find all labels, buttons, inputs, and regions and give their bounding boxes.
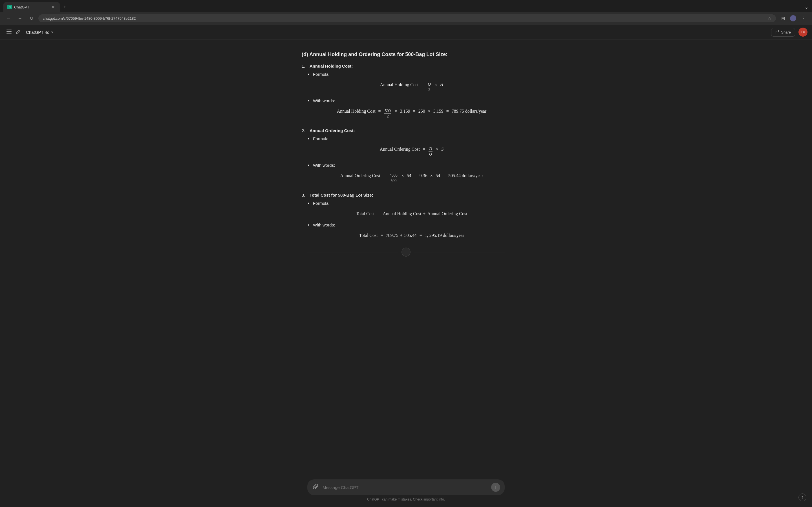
svg-rect-2	[6, 33, 11, 34]
item-header-2: Annual Ordering Cost:	[302, 128, 510, 133]
extensions-icon: ⊞	[781, 16, 785, 21]
item-header-1: Annual Holding Cost:	[302, 64, 510, 68]
item-title-1: Annual Holding Cost:	[310, 64, 353, 68]
address-bar[interactable]: chatgpt.com/c/670594be-1480-8009-b76f-27…	[38, 14, 776, 22]
numbered-list: Annual Holding Cost: Formula: Annual Hol…	[302, 64, 510, 241]
svg-rect-1	[6, 31, 11, 32]
list-item-ordering-cost: Annual Ordering Cost: Formula: Annual Or…	[302, 128, 510, 186]
address-bar-icons: ☆	[768, 16, 771, 20]
bullet-label-formula-1: Formula:	[313, 72, 510, 76]
item-header-3: Total Cost for 500-Bag Lot Size:	[302, 193, 510, 198]
menu-button[interactable]: ⋮	[799, 14, 808, 22]
share-button[interactable]: Share	[771, 28, 795, 37]
bullet-list-3: Formula: Total Cost = Annual Holding Cos…	[302, 201, 510, 241]
divider-left	[307, 252, 398, 252]
question-mark-icon: ?	[801, 496, 803, 500]
tab-bar-right-controls: ⌄	[804, 4, 809, 10]
main-content: (d) Annual Holding and Ordering Costs fo…	[0, 40, 812, 507]
math-words-total: Total Cost = 789.75 + 505.44 = 1, 295.19…	[313, 230, 510, 241]
send-button[interactable]: ↑	[491, 483, 500, 492]
new-chat-button[interactable]	[13, 27, 22, 37]
content-area: (d) Annual Holding and Ordering Costs fo…	[302, 51, 510, 479]
scroll-down-button[interactable]: ↓	[402, 247, 410, 257]
math-formula-ordering: Annual Ordering Cost = D Q × S	[313, 144, 510, 159]
forward-button[interactable]: →	[16, 14, 24, 22]
message-input[interactable]	[322, 485, 488, 490]
share-icon	[775, 30, 779, 35]
back-icon: ←	[6, 16, 11, 21]
forward-icon: →	[18, 16, 22, 21]
bullet-item-formula-total: Formula: Total Cost = Annual Holding Cos…	[313, 201, 510, 219]
svg-rect-0	[6, 30, 11, 30]
math-words-ordering: Annual Ordering Cost = 4680 500 × 54 = 9…	[313, 170, 510, 186]
tab-favicon: C	[7, 5, 12, 9]
sidebar-toggle-button[interactable]	[4, 27, 13, 37]
bullet-item-formula-ordering: Formula: Annual Ordering Cost = D Q × S	[313, 136, 510, 159]
reload-button[interactable]: ↻	[27, 14, 36, 22]
bookmark-icon[interactable]: ☆	[768, 16, 771, 20]
bullet-item-words-ordering: With words: Annual Ordering Cost = 4680 …	[313, 163, 510, 186]
sidebar-icon	[6, 30, 11, 35]
menu-dots-icon: ⋮	[801, 16, 806, 21]
item-title-2: Annual Ordering Cost:	[310, 128, 355, 133]
math-formula-holding: Annual Holding Cost = Q 2 × H	[313, 79, 510, 95]
send-icon: ↑	[495, 485, 497, 490]
edit-icon	[16, 30, 20, 35]
new-tab-button[interactable]: +	[61, 3, 69, 11]
chevron-down-icon: ↓	[405, 250, 407, 255]
bullet-item-formula-holding: Formula: Annual Holding Cost = Q 2 × H	[313, 72, 510, 95]
tab-bar: C ChatGPT ✕ + ⌄	[0, 0, 812, 12]
active-tab[interactable]: C ChatGPT ✕	[3, 2, 60, 12]
list-item-holding-cost: Annual Holding Cost: Formula: Annual Hol…	[302, 64, 510, 121]
attach-button[interactable]	[312, 483, 320, 491]
back-button[interactable]: ←	[4, 14, 13, 22]
divider-right	[414, 252, 505, 252]
tab-close-button[interactable]: ✕	[51, 4, 56, 10]
section-heading: (d) Annual Holding and Ordering Costs fo…	[302, 51, 510, 58]
user-avatar[interactable]: LO	[799, 27, 808, 37]
bullet-item-words-holding: With words: Annual Holding Cost = 500 2 …	[313, 98, 510, 121]
reload-icon: ↻	[30, 16, 33, 21]
app-title-chevron: ∨	[51, 30, 54, 34]
url-text: chatgpt.com/c/670594be-1480-8009-b76f-27…	[43, 16, 765, 20]
nav-bar: ← → ↻ chatgpt.com/c/670594be-1480-8009-b…	[0, 12, 812, 25]
disclaimer-text: ChatGPT can make mistakes. Check importa…	[367, 497, 445, 501]
bullet-list-1: Formula: Annual Holding Cost = Q 2 × H	[302, 72, 510, 121]
message-input-container: ↑	[307, 480, 505, 495]
extensions-button[interactable]: ⊞	[779, 14, 787, 22]
help-button[interactable]: ?	[799, 494, 806, 501]
math-words-holding: Annual Holding Cost = 500 2 × 3.159 = 25…	[313, 106, 510, 121]
scroll-divider: ↓	[302, 247, 510, 257]
bullet-label-words-1: With words:	[313, 98, 510, 103]
item-title-3: Total Cost for 500-Bag Lot Size:	[310, 193, 373, 198]
list-item-total-cost: Total Cost for 500-Bag Lot Size: Formula…	[302, 193, 510, 241]
app-header: ChatGPT 4o ∨ Share LO	[0, 25, 812, 40]
message-bar: ↑ ChatGPT can make mistakes. Check impor…	[0, 476, 812, 507]
bullet-list-2: Formula: Annual Ordering Cost = D Q × S	[302, 136, 510, 186]
bullet-item-words-total: With words: Total Cost = 789.75 + 505.44…	[313, 223, 510, 241]
share-label: Share	[781, 30, 791, 34]
nav-right-controls: ⊞ ⋮	[779, 14, 808, 22]
bullet-label-words-2: With words:	[313, 163, 510, 168]
app-title[interactable]: ChatGPT 4o ∨	[26, 30, 54, 35]
bullet-label-words-3: With words:	[313, 223, 510, 227]
tab-title: ChatGPT	[14, 5, 49, 9]
math-formula-total: Total Cost = Annual Holding Cost + Annua…	[313, 209, 510, 219]
browser-chrome: C ChatGPT ✕ + ⌄ ← → ↻ chatgpt.com/c/6705…	[0, 0, 812, 25]
bullet-label-formula-2: Formula:	[313, 136, 510, 141]
app-title-text: ChatGPT 4o	[26, 30, 49, 35]
bullet-label-formula-3: Formula:	[313, 201, 510, 206]
profile-button[interactable]	[789, 14, 797, 22]
attach-icon	[313, 484, 318, 490]
header-right: Share LO	[771, 27, 808, 37]
